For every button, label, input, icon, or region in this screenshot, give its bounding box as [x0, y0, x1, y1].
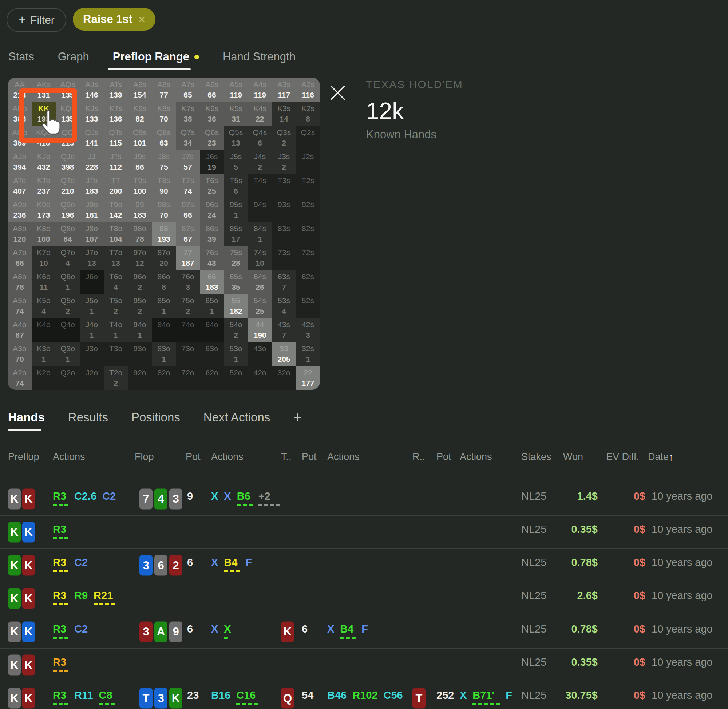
tab-hand-strength[interactable]: Hand Strength	[223, 50, 296, 63]
matrix-cell-K8s[interactable]: K8s70	[152, 102, 176, 125]
matrix-cell-J9o[interactable]: J9o161	[80, 198, 104, 222]
matrix-cell-K2s[interactable]: K2s8	[296, 102, 320, 125]
matrix-cell-TT[interactable]: TT200	[104, 174, 128, 198]
matrix-cell-85o[interactable]: 85o1	[152, 294, 176, 318]
matrix-cell-T9s[interactable]: T9s100	[128, 174, 152, 198]
matrix-cell-92s[interactable]: 92s	[296, 198, 320, 222]
column-header-actions[interactable]: Actions	[460, 451, 492, 462]
column-header-actions[interactable]: Actions	[327, 451, 360, 462]
matrix-cell-33[interactable]: 33205	[272, 342, 296, 366]
matrix-cell-T9o[interactable]: T9o142	[104, 198, 128, 222]
matrix-cell-Q2s[interactable]: Q2s	[296, 125, 320, 150]
matrix-cell-T8s[interactable]: T8s90	[152, 174, 176, 198]
matrix-cell-52o[interactable]: 52o	[224, 366, 248, 390]
matrix-cell-AKs[interactable]: AKs131	[32, 77, 56, 102]
matrix-cell-JTs[interactable]: JTs112	[104, 150, 128, 174]
tab-positions[interactable]: Positions	[131, 411, 180, 426]
matrix-cell-99[interactable]: 99183	[128, 198, 152, 222]
matrix-cell-T4o[interactable]: T4o1	[104, 318, 128, 342]
column-header-preflop[interactable]: Preflop	[8, 451, 39, 462]
matrix-cell-QJs[interactable]: QJs141	[80, 125, 104, 150]
matrix-cell-Q3o[interactable]: Q3o1	[56, 342, 80, 366]
matrix-cell-AA[interactable]: AA213	[8, 77, 32, 102]
matrix-cell-Q6s[interactable]: Q6s23	[200, 125, 224, 150]
matrix-cell-83s[interactable]: 83s	[272, 222, 296, 246]
matrix-cell-65o[interactable]: 65o1	[200, 294, 224, 318]
matrix-cell-94s[interactable]: 94s	[248, 198, 272, 222]
matrix-cell-AKo[interactable]: AKo388	[8, 102, 32, 125]
matrix-cell-J4o[interactable]: J4o1	[80, 318, 104, 342]
matrix-cell-J7s[interactable]: J7s57	[176, 150, 200, 174]
matrix-cell-A9o[interactable]: A9o236	[8, 198, 32, 222]
matrix-cell-43s[interactable]: 43s7	[272, 318, 296, 342]
matrix-cell-95s[interactable]: 95s1	[224, 198, 248, 222]
matrix-cell-K5s[interactable]: K5s31	[224, 102, 248, 125]
matrix-cell-64o[interactable]: 64o	[200, 318, 224, 342]
matrix-cell-ATo[interactable]: ATo407	[8, 174, 32, 198]
column-header-evdiff[interactable]: EV Diff.	[606, 451, 639, 462]
hand-row[interactable]: KKR3C23A96XXK6XB4FNL250.78$0$10 years ag…	[0, 615, 728, 649]
matrix-cell-Q7o[interactable]: Q7o4	[56, 246, 80, 270]
hand-row[interactable]: KKR3R9R21NL252.6$0$10 years ago	[0, 582, 728, 616]
matrix-cell-K4s[interactable]: K4s22	[248, 102, 272, 125]
matrix-cell-T2s[interactable]: T2s	[296, 174, 320, 198]
matrix-cell-74s[interactable]: 74s10	[248, 246, 272, 270]
matrix-cell-QTs[interactable]: QTs115	[104, 125, 128, 150]
matrix-cell-J3o[interactable]: J3o	[80, 342, 104, 366]
matrix-cell-53o[interactable]: 53o1	[224, 342, 248, 366]
matrix-cell-T2o[interactable]: T2o2	[104, 366, 128, 390]
matrix-cell-75o[interactable]: 75o2	[176, 294, 200, 318]
matrix-cell-A7o[interactable]: A7o66	[8, 246, 32, 270]
matrix-cell-A4o[interactable]: A4o87	[8, 318, 32, 342]
tab-next-actions[interactable]: Next Actions	[203, 411, 270, 426]
matrix-cell-74o[interactable]: 74o	[176, 318, 200, 342]
matrix-cell-32o[interactable]: 32o	[272, 366, 296, 390]
column-header-pot[interactable]: Pot	[186, 451, 201, 462]
tab-preflop-range[interactable]: Preflop Range	[113, 50, 199, 63]
column-header-t[interactable]: T..	[281, 451, 292, 462]
matrix-cell-J7o[interactable]: J7o13	[80, 246, 104, 270]
matrix-cell-KK[interactable]: KK193	[32, 102, 56, 125]
chip-close-icon[interactable]: ×	[138, 13, 145, 26]
matrix-cell-J9s[interactable]: J9s86	[128, 150, 152, 174]
matrix-cell-ATs[interactable]: ATs139	[104, 77, 128, 102]
matrix-cell-62s[interactable]: 62s	[296, 270, 320, 294]
matrix-cell-63o[interactable]: 63o	[200, 342, 224, 366]
matrix-cell-K9o[interactable]: K9o173	[32, 198, 56, 222]
matrix-cell-KJo[interactable]: KJo432	[32, 150, 56, 174]
matrix-cell-93o[interactable]: 93o	[128, 342, 152, 366]
matrix-cell-T3s[interactable]: T3s	[272, 174, 296, 198]
column-header-r[interactable]: R..	[413, 451, 425, 462]
matrix-cell-A3s[interactable]: A3s117	[272, 77, 296, 102]
matrix-cell-A4s[interactable]: A4s119	[248, 77, 272, 102]
matrix-cell-76o[interactable]: 76o3	[176, 270, 200, 294]
matrix-cell-Q8s[interactable]: Q8s63	[152, 125, 176, 150]
matrix-cell-44[interactable]: 44190	[248, 318, 272, 342]
matrix-cell-92o[interactable]: 92o	[128, 366, 152, 390]
matrix-cell-AJo[interactable]: AJo394	[8, 150, 32, 174]
matrix-cell-J6o[interactable]: J6o	[80, 270, 104, 294]
tab-graph[interactable]: Graph	[58, 50, 89, 63]
matrix-cell-K9s[interactable]: K9s82	[128, 102, 152, 125]
column-header-stakes[interactable]: Stakes	[521, 451, 551, 462]
matrix-cell-85s[interactable]: 85s17	[224, 222, 248, 246]
column-header-flop[interactable]: Flop	[135, 451, 154, 462]
matrix-cell-83o[interactable]: 83o1	[152, 342, 176, 366]
matrix-cell-Q2o[interactable]: Q2o	[56, 366, 80, 390]
matrix-cell-T8o[interactable]: T8o104	[104, 222, 128, 246]
hand-row[interactable]: KKR3NL250.35$0$10 years ago	[0, 515, 728, 549]
matrix-cell-JJ[interactable]: JJ228	[80, 150, 104, 174]
column-header-actions[interactable]: Actions	[53, 451, 85, 462]
matrix-cell-Q7s[interactable]: Q7s34	[176, 125, 200, 150]
column-header-actions[interactable]: Actions	[211, 451, 244, 462]
matrix-cell-Q4o[interactable]: Q4o	[56, 318, 80, 342]
matrix-cell-93s[interactable]: 93s	[272, 198, 296, 222]
matrix-cell-Q8o[interactable]: Q8o84	[56, 222, 80, 246]
hand-row[interactable]: KKR3NL250.35$0$10 years ago	[0, 649, 728, 682]
matrix-cell-87o[interactable]: 87o20	[152, 246, 176, 270]
hand-row[interactable]: KKR3C23626XB4FNL250.78$0$10 years ago	[0, 549, 728, 582]
matrix-cell-A6o[interactable]: A6o78	[8, 270, 32, 294]
matrix-cell-A2s[interactable]: A2s116	[296, 77, 320, 102]
column-header-pot[interactable]: Pot	[436, 451, 451, 462]
matrix-cell-82s[interactable]: 82s	[296, 222, 320, 246]
